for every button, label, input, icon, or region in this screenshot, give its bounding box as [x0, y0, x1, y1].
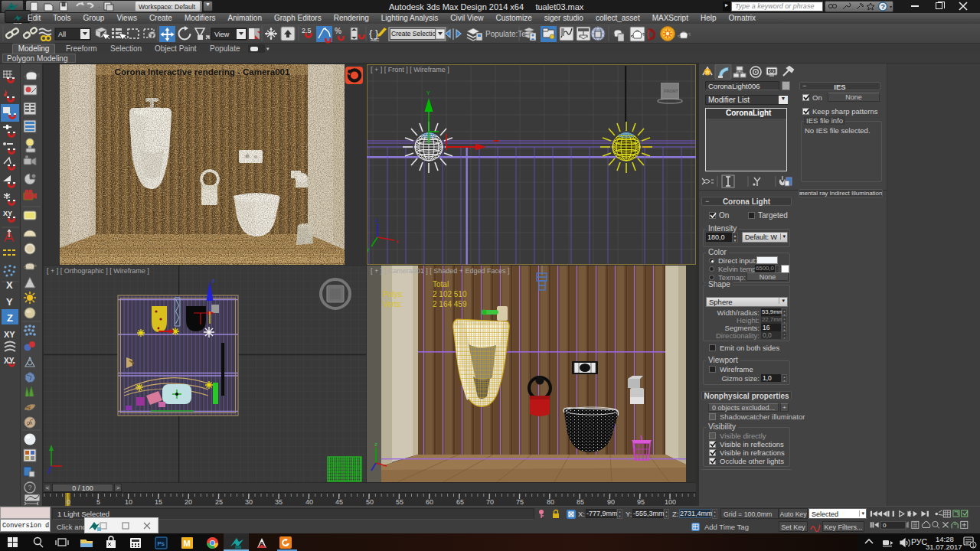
svg-text:?: ?: [881, 3, 886, 11]
svg-text:Z: Z: [7, 312, 13, 324]
svg-text:35: 35: [275, 498, 283, 506]
svg-text:M: M: [184, 539, 191, 548]
svg-text:Populate:Terr: Populate:Terr: [485, 30, 531, 38]
svg-text:50: 50: [366, 498, 374, 506]
svg-text:[ + ] [ Camera001 ] [ Shaded +: [ + ] [ Camera001 ] [ Shaded + Edged Fac…: [371, 267, 510, 275]
svg-text:z: z: [374, 441, 377, 448]
svg-text:1: 1: [972, 543, 975, 548]
svg-text:FRONT: FRONT: [664, 89, 679, 93]
svg-text:Corona Interactive rendering -: Corona Interactive rendering - Camera001: [115, 67, 290, 77]
svg-text:85: 85: [577, 498, 584, 506]
svg-text:XY: XY: [3, 210, 12, 217]
svg-text:95: 95: [637, 498, 645, 506]
svg-text:60: 60: [426, 498, 433, 506]
svg-text:z: z: [375, 217, 378, 223]
svg-text:5: 5: [96, 498, 100, 506]
svg-text:100: 100: [665, 498, 676, 506]
svg-text:65: 65: [456, 498, 464, 506]
svg-text:45: 45: [335, 498, 343, 506]
svg-text:20: 20: [185, 498, 192, 506]
svg-text:z: z: [212, 277, 215, 284]
svg-text:14:28: 14:28: [936, 535, 954, 543]
svg-text:Y: Y: [426, 90, 430, 96]
svg-text:25: 25: [215, 498, 223, 506]
svg-text:Verts:: Verts:: [383, 300, 403, 308]
svg-text:[ + ] [ Front ] [ Wireframe ]: [ + ] [ Front ] [ Wireframe ]: [371, 66, 449, 73]
svg-text:All: All: [58, 31, 66, 38]
svg-text:10: 10: [125, 498, 132, 506]
svg-text:0: 0: [67, 498, 70, 506]
svg-text:75: 75: [516, 498, 524, 506]
svg-text:Ps: Ps: [158, 540, 165, 547]
svg-text:2 102 510: 2 102 510: [433, 290, 467, 298]
svg-text:x: x: [396, 239, 399, 244]
svg-text:31.07.2017: 31.07.2017: [926, 543, 962, 551]
svg-text:A: A: [260, 540, 265, 548]
svg-text:HF: HF: [26, 406, 31, 410]
svg-text:80: 80: [547, 498, 554, 506]
svg-text:OX: OX: [27, 421, 33, 425]
svg-text:2 164 459: 2 164 459: [433, 300, 467, 308]
svg-text:·: ·: [98, 4, 100, 11]
svg-text:%: %: [335, 27, 341, 35]
svg-text:▾: ▾: [890, 5, 892, 9]
svg-text:X: X: [6, 279, 13, 291]
svg-text:View: View: [214, 31, 230, 38]
svg-text:ABC: ABC: [371, 37, 379, 42]
svg-text:?: ?: [28, 484, 32, 491]
svg-text:70: 70: [486, 498, 494, 506]
svg-text:XY: XY: [4, 330, 15, 339]
svg-text:Total: Total: [433, 280, 449, 289]
svg-text:40: 40: [305, 498, 313, 506]
svg-text:·: ·: [85, 4, 87, 11]
svg-text:55: 55: [396, 498, 403, 506]
svg-text:[ + ] [ Orthographic ] [ Wiref: [ + ] [ Orthographic ] [ Wireframe ]: [47, 267, 149, 275]
svg-text:y: y: [367, 246, 370, 253]
svg-text:15: 15: [155, 498, 162, 506]
svg-text:Polys:: Polys:: [383, 290, 403, 298]
svg-text:90: 90: [607, 498, 615, 506]
svg-text:0: 0: [883, 522, 887, 529]
svg-text:30: 30: [245, 498, 253, 506]
svg-text:Y: Y: [6, 296, 13, 308]
